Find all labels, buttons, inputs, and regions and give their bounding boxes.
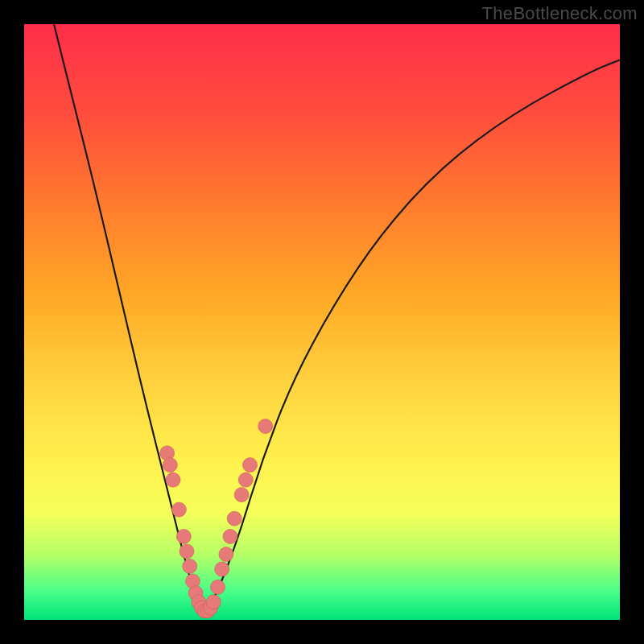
marker-group xyxy=(160,419,273,618)
data-marker xyxy=(206,595,221,609)
plot-area xyxy=(24,24,620,620)
bottleneck-curve xyxy=(54,24,620,612)
data-marker xyxy=(258,419,273,434)
data-marker xyxy=(163,458,177,473)
watermark-text: TheBottleneck.com xyxy=(482,3,638,24)
data-marker xyxy=(171,502,186,517)
chart-frame: TheBottleneck.com xyxy=(0,0,644,644)
data-marker xyxy=(243,458,258,473)
data-marker xyxy=(183,559,197,573)
data-marker xyxy=(166,473,180,487)
data-marker xyxy=(180,544,194,559)
chart-svg xyxy=(24,24,620,620)
data-marker xyxy=(211,580,225,594)
data-marker xyxy=(227,511,242,526)
data-marker xyxy=(223,529,237,543)
data-marker xyxy=(219,547,233,562)
data-marker xyxy=(215,562,229,576)
data-marker xyxy=(238,473,253,487)
data-marker xyxy=(234,488,249,502)
data-marker xyxy=(176,529,191,543)
